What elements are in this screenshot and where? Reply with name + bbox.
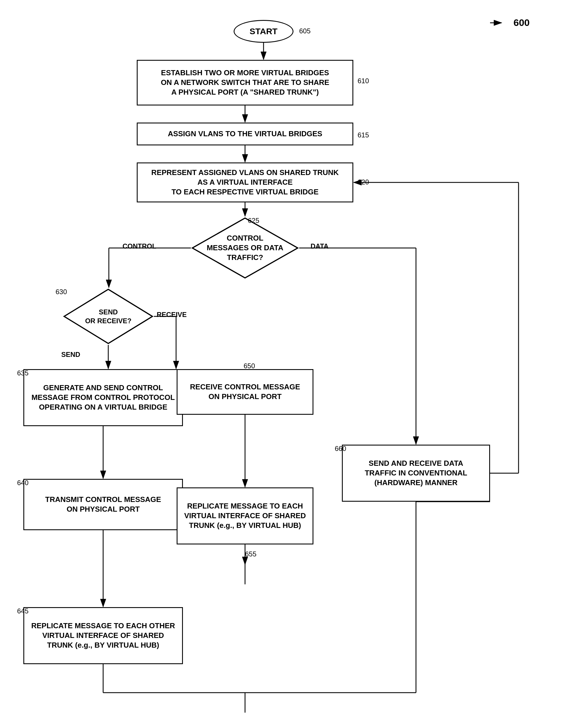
box-650: RECEIVE CONTROL MESSAGEON PHYSICAL PORT bbox=[177, 369, 313, 415]
ref-610: 610 bbox=[357, 77, 369, 85]
data-label: DATA bbox=[310, 242, 328, 250]
ref-620: 620 bbox=[357, 178, 369, 186]
ref-640: 640 bbox=[17, 479, 29, 487]
ref-630: 630 bbox=[56, 288, 67, 296]
box-640: TRANSMIT CONTROL MESSAGEON PHYSICAL PORT bbox=[23, 479, 183, 530]
ref-635: 635 bbox=[17, 369, 29, 377]
box-655: REPLICATE MESSAGE TO EACHVIRTUAL INTERFA… bbox=[177, 487, 313, 544]
ref-625: 625 bbox=[248, 217, 259, 225]
diamond-625: CONTROLMESSAGES OR DATATRAFFIC? bbox=[191, 217, 299, 279]
ref-650: 650 bbox=[244, 362, 255, 370]
ref-660: 660 bbox=[335, 445, 346, 453]
box-615: ASSIGN VLANS TO THE VIRTUAL BRIDGES bbox=[137, 123, 353, 145]
box-645: REPLICATE MESSAGE TO EACH OTHERVIRTUAL I… bbox=[23, 607, 183, 664]
ref-605: 605 bbox=[299, 27, 310, 35]
box-610: ESTABLISH TWO OR MORE VIRTUAL BRIDGESON … bbox=[137, 60, 353, 105]
diamond-630: SENDOR RECEIVE? bbox=[63, 288, 154, 345]
ref-615: 615 bbox=[357, 131, 369, 139]
ref-655: 655 bbox=[245, 550, 257, 558]
ref-645: 645 bbox=[17, 607, 29, 615]
box-620: REPRESENT ASSIGNED VLANS ON SHARED TRUNK… bbox=[137, 162, 353, 202]
receive-label: RECEIVE bbox=[157, 311, 187, 319]
ref-600: 600 bbox=[513, 17, 530, 28]
diagram-container: 600 START 605 ESTABLISH TWO OR MORE VIRT… bbox=[0, 0, 561, 728]
box-660: SEND AND RECEIVE DATATRAFFIC IN CONVENTI… bbox=[342, 445, 490, 502]
send-label: SEND bbox=[61, 351, 80, 359]
start-node: START bbox=[234, 20, 293, 43]
control-label: CONTROL bbox=[123, 242, 157, 250]
box-635: GENERATE AND SEND CONTROLMESSAGE FROM CO… bbox=[23, 369, 183, 426]
